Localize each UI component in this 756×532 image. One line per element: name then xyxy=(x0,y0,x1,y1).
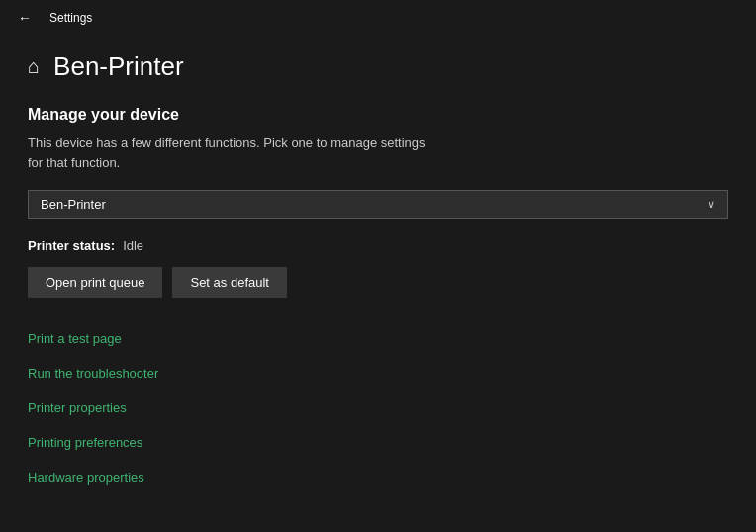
page-header: ⌂ Ben-Printer xyxy=(28,51,728,82)
page-content: ⌂ Ben-Printer Manage your device This de… xyxy=(0,36,756,510)
device-dropdown[interactable]: Ben-Printer ∨ xyxy=(28,190,728,219)
set-as-default-button[interactable]: Set as default xyxy=(172,267,287,298)
printing-preferences-link[interactable]: Printing preferences xyxy=(28,425,728,460)
printer-status-row: Printer status: Idle xyxy=(28,238,728,253)
page-title: Ben-Printer xyxy=(53,51,184,82)
link-list: Print a test page Run the troubleshooter… xyxy=(28,321,728,494)
action-buttons: Open print queue Set as default xyxy=(28,267,728,298)
back-button[interactable]: ← xyxy=(12,8,38,28)
title-bar: ← Settings xyxy=(0,0,756,36)
device-dropdown-wrapper: Ben-Printer ∨ xyxy=(28,190,728,219)
section-title: Manage your device xyxy=(28,106,728,124)
printer-status-value: Idle xyxy=(123,238,143,253)
printer-properties-link[interactable]: Printer properties xyxy=(28,391,728,425)
title-bar-title: Settings xyxy=(49,11,92,25)
print-test-page-link[interactable]: Print a test page xyxy=(28,321,728,356)
section-description: This device has a few different function… xyxy=(28,133,443,172)
run-troubleshooter-link[interactable]: Run the troubleshooter xyxy=(28,356,728,391)
hardware-properties-link[interactable]: Hardware properties xyxy=(28,460,728,494)
chevron-down-icon: ∨ xyxy=(708,198,715,211)
home-icon: ⌂ xyxy=(28,55,40,78)
open-print-queue-button[interactable]: Open print queue xyxy=(28,267,162,298)
dropdown-value: Ben-Printer xyxy=(41,197,106,212)
printer-status-label: Printer status: xyxy=(28,238,115,253)
